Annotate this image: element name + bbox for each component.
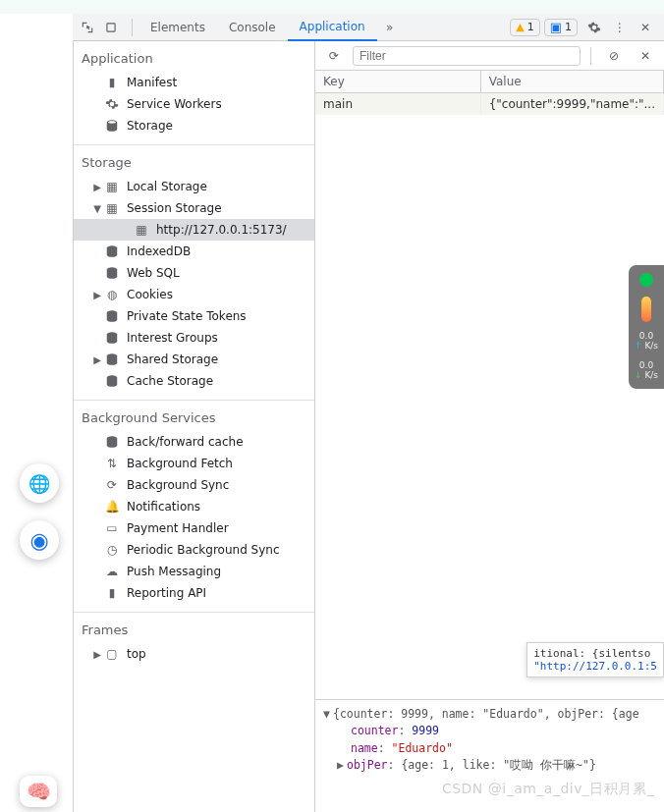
sidebar-item-cache-storage[interactable]: Cache Storage	[74, 370, 314, 392]
extension-button[interactable]: 🧠	[20, 776, 57, 807]
sidebar-item-interest-groups[interactable]: Interest Groups	[74, 327, 314, 349]
more-tabs-icon[interactable]: »	[380, 18, 400, 37]
window-icon: ▢	[103, 645, 121, 663]
tab-application[interactable]: Application	[288, 14, 377, 41]
sidebar-item-storage[interactable]: Storage	[74, 115, 314, 136]
database-icon	[103, 117, 121, 135]
grid-icon: ▦	[103, 199, 121, 217]
sidebar-item-session-storage-origin[interactable]: ▦http://127.0.0.1:5173/	[74, 219, 314, 241]
separator	[132, 19, 133, 36]
sidebar-item-bf-cache[interactable]: Back/forward cache	[74, 431, 314, 453]
cell-key: main	[315, 93, 480, 116]
expand-toggle-icon[interactable]: ▶	[337, 757, 347, 774]
database-icon	[103, 307, 121, 325]
robot-icon: ◉	[29, 528, 48, 553]
sidebar-item-indexeddb[interactable]: IndexedDB	[74, 241, 314, 262]
chevron-right-icon: ▶	[91, 182, 103, 192]
cell-value: {"counter":9999,"name":"...	[480, 93, 663, 116]
status-dot-icon	[639, 273, 653, 287]
gear-icon	[103, 95, 121, 113]
translate-icon: 🌐	[28, 473, 50, 494]
bell-icon: 🔔	[103, 498, 121, 515]
database-icon	[103, 243, 121, 260]
section-title-frames: Frames	[74, 613, 314, 643]
sidebar-item-cookies[interactable]: ▶◍Cookies	[74, 284, 314, 305]
separator	[590, 47, 591, 65]
warnings-badge[interactable]: ▲1	[510, 19, 539, 36]
settings-icon[interactable]	[584, 18, 604, 37]
message-count: 1	[565, 21, 572, 33]
cookie-icon: ◍	[103, 286, 121, 303]
table-row[interactable]: main {"counter":9999,"name":"...	[315, 93, 664, 116]
expand-toggle-icon[interactable]: ▼	[323, 706, 333, 723]
translate-button[interactable]: 🌐	[20, 463, 59, 503]
sidebar-item-periodic-background-sync[interactable]: ◷Periodic Background Sync	[74, 539, 314, 561]
section-title-storage: Storage	[74, 145, 314, 176]
sidebar-item-payment-handler[interactable]: ▭Payment Handler	[74, 517, 314, 539]
section-application: Application ▮Manifest Service Workers St…	[74, 41, 314, 145]
gauge-bar-icon	[641, 297, 651, 322]
device-toggle-icon[interactable]	[102, 19, 120, 36]
chevron-right-icon: ▶	[91, 290, 103, 300]
brain-icon: 🧠	[27, 780, 51, 803]
sidebar-item-websql[interactable]: Web SQL	[74, 262, 314, 284]
chevron-right-icon: ▶	[91, 649, 103, 660]
section-storage: Storage ▶▦Local Storage ▼▦Session Storag…	[74, 145, 314, 401]
sidebar-item-service-workers[interactable]: Service Workers	[74, 93, 314, 115]
refresh-icon[interactable]: ⟳	[324, 46, 344, 66]
clear-icon[interactable]: ⊘	[604, 46, 624, 66]
chevron-right-icon: ▶	[91, 354, 103, 365]
application-sidebar: Application ▮Manifest Service Workers St…	[74, 41, 315, 812]
sidebar-item-private-state-tokens[interactable]: Private State Tokens	[74, 305, 314, 327]
sidebar-item-session-storage[interactable]: ▼▦Session Storage	[74, 197, 314, 219]
card-icon: ▭	[103, 519, 121, 537]
tab-console[interactable]: Console	[217, 14, 288, 41]
sync-down-icon: ⇅	[103, 455, 121, 472]
tab-elements[interactable]: Elements	[138, 14, 217, 41]
sidebar-item-background-sync[interactable]: ⟳Background Sync	[74, 474, 314, 496]
col-header-key[interactable]: Key	[315, 71, 480, 93]
sidebar-item-frame-top[interactable]: ▶▢top	[74, 643, 314, 665]
sidebar-item-notifications[interactable]: 🔔Notifications	[74, 496, 314, 517]
warning-icon: ▲	[516, 21, 524, 33]
devtools-tabbar: Elements Console Application » ▲1 ▣1 ⋮ ✕	[73, 14, 664, 41]
section-title-background-services: Background Services	[74, 401, 314, 431]
delete-icon[interactable]: ✕	[636, 46, 655, 66]
console-prop-objper[interactable]: ▶objPer: {age: 1, like: "哎呦 你干嘛~"}	[323, 757, 656, 774]
sidebar-item-background-fetch[interactable]: ⇅Background Fetch	[74, 453, 314, 474]
filter-input[interactable]	[353, 46, 581, 66]
storage-detail-pane: ⟳ ⊘ ✕ Key Value main {"counter":9999,"na…	[315, 41, 664, 812]
sidebar-item-push-messaging[interactable]: ☁Push Messaging	[74, 561, 314, 582]
upload-rate: 0.0K/s	[635, 332, 658, 352]
download-rate: 0.0K/s	[635, 361, 658, 381]
console-line[interactable]: ▼{counter: 9999, name: "Eduardo", objPer…	[323, 706, 656, 723]
section-frames: Frames ▶▢top	[74, 613, 314, 673]
inspect-icon[interactable]	[79, 19, 96, 36]
document-icon: ▮	[103, 584, 121, 602]
chevron-down-icon: ▼	[91, 203, 103, 214]
document-icon: ▮	[103, 74, 121, 91]
sidebar-item-local-storage[interactable]: ▶▦Local Storage	[74, 176, 314, 197]
sidebar-item-reporting-api[interactable]: ▮Reporting API	[74, 582, 314, 604]
source-tooltip: itional: {silentso "http://127.0.0.1:5	[526, 642, 664, 677]
section-background-services: Background Services Back/forward cache ⇅…	[74, 401, 314, 613]
col-header-value[interactable]: Value	[480, 71, 663, 93]
browser-chrome-strip	[0, 0, 664, 14]
filter-toolbar: ⟳ ⊘ ✕	[315, 41, 664, 71]
database-icon	[103, 351, 121, 368]
clock-icon: ◷	[103, 541, 121, 559]
message-icon: ▣	[550, 20, 562, 34]
warning-count: 1	[527, 21, 534, 33]
close-icon[interactable]: ✕	[636, 18, 655, 37]
storage-table: Key Value main {"counter":9999,"name":".…	[315, 71, 664, 115]
sync-icon: ⟳	[103, 476, 121, 494]
assistant-button[interactable]: ◉	[20, 520, 59, 560]
sidebar-item-manifest[interactable]: ▮Manifest	[74, 72, 314, 93]
console-prop-name[interactable]: name: "Eduardo"	[323, 740, 656, 757]
sidebar-item-shared-storage[interactable]: ▶Shared Storage	[74, 349, 314, 370]
console-prop-counter[interactable]: counter: 9999	[323, 723, 656, 739]
kebab-icon[interactable]: ⋮	[610, 18, 630, 37]
database-icon	[103, 329, 121, 347]
messages-badge[interactable]: ▣1	[544, 19, 578, 36]
section-title-application: Application	[74, 41, 314, 72]
